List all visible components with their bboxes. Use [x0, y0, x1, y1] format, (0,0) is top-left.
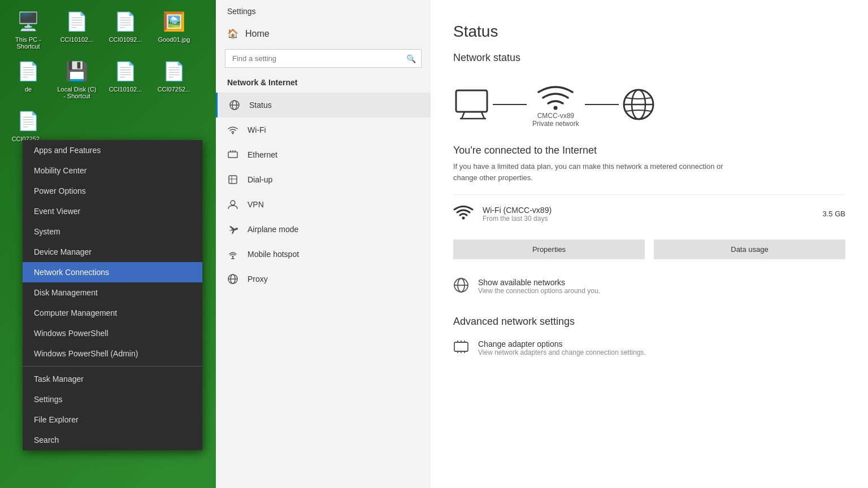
computer-diagram-icon	[453, 88, 493, 121]
nav-item-ethernet[interactable]: Ethernet	[216, 142, 431, 167]
desktop-icon-this-pc[interactable]: 🖥️ This PC -Shortcut	[6, 6, 51, 52]
svg-point-11	[231, 201, 235, 205]
network-ssid: CMCC-vx89	[537, 112, 574, 120]
local-disk-label: Local Disk (C)- Shortcut	[57, 86, 96, 99]
home-label: Home	[245, 29, 270, 39]
ethernet-nav-icon	[227, 149, 238, 160]
vpn-nav-label: VPN	[248, 200, 264, 209]
svg-rect-31	[454, 342, 468, 351]
network-status-title: Network status	[453, 52, 845, 64]
home-icon: 🏠	[227, 28, 238, 39]
show-networks-text: Show available networks View the connect…	[478, 278, 600, 295]
cci3-icon: 📄	[112, 58, 139, 85]
data-usage-button[interactable]: Data usage	[654, 239, 845, 259]
connected-desc: If you have a limited data plan, you can…	[453, 161, 724, 183]
wifi-nav-label: Wi-Fi	[248, 125, 266, 134]
hotspot-nav-label: Mobile hotspot	[248, 250, 299, 259]
desktop-icon-cci4[interactable]: 📄 CCI07252...	[151, 55, 197, 102]
de-label: de	[25, 86, 32, 93]
context-menu-item-disk-management[interactable]: Disk Management	[23, 282, 202, 303]
context-menu-item-windows-powershell-admin[interactable]: Windows PowerShell (Admin)	[23, 343, 202, 364]
nav-item-dialup[interactable]: Dial-up	[216, 167, 431, 192]
context-menu-item-event-viewer[interactable]: Event Viewer	[23, 201, 202, 221]
wifi-diagram-icon	[536, 81, 575, 112]
desktop-icon-local-disk[interactable]: 💾 Local Disk (C)- Shortcut	[54, 55, 99, 102]
svg-point-23	[554, 106, 558, 110]
settings-home-button[interactable]: 🏠 Home	[216, 23, 431, 45]
connected-title: You're connected to the Internet	[453, 145, 845, 156]
context-menu-item-file-explorer[interactable]: File Explorer	[23, 409, 202, 430]
context-menu-item-system[interactable]: System	[23, 221, 202, 242]
context-menu-item-search[interactable]: Search	[23, 430, 202, 450]
nav-item-wifi[interactable]: Wi-Fi	[216, 117, 431, 142]
context-menu-item-apps-features[interactable]: Apps and Features	[23, 140, 202, 160]
nav-item-proxy[interactable]: Proxy	[216, 267, 431, 291]
context-menu-item-task-manager[interactable]: Task Manager	[23, 369, 202, 389]
change-adapter-item[interactable]: Change adapter options View network adap…	[453, 337, 845, 359]
svg-point-27	[462, 217, 465, 220]
wifi-signal-icon	[453, 202, 474, 226]
context-menu: Apps and Features Mobility Center Power …	[23, 140, 202, 450]
context-menu-item-power-options[interactable]: Power Options	[23, 181, 202, 201]
good01-label: Good01.jpg	[158, 36, 190, 43]
properties-button[interactable]: Properties	[453, 239, 645, 259]
svg-line-21	[481, 112, 484, 119]
desktop: 🖥️ This PC -Shortcut 📄 CCI10102... 📄 CCI…	[0, 0, 868, 488]
search-icon: 🔍	[406, 54, 416, 63]
show-networks-title: Show available networks	[478, 278, 600, 287]
settings-search-input[interactable]	[225, 49, 422, 68]
wifi-data-usage: 3.5 GB	[823, 210, 845, 218]
context-menu-item-windows-powershell[interactable]: Windows PowerShell	[23, 323, 202, 343]
wifi-left: Wi-Fi (CMCC-vx89) From the last 30 days	[453, 202, 552, 226]
change-adapter-sub: View network adapters and change connect…	[478, 348, 646, 356]
advanced-title: Advanced network settings	[453, 316, 845, 328]
status-nav-label: Status	[249, 101, 272, 110]
context-menu-divider	[23, 366, 202, 367]
svg-point-3	[232, 133, 234, 134]
desktop-icon-cci5[interactable]: 📄 CCI07252...	[6, 105, 51, 145]
svg-rect-4	[228, 152, 237, 158]
context-menu-item-mobility-center[interactable]: Mobility Center	[23, 160, 202, 181]
page-title: Status	[453, 23, 845, 41]
cci1-icon: 📄	[63, 8, 90, 35]
wifi-sub-text: From the last 30 days	[483, 215, 552, 223]
show-networks-row[interactable]: Show available networks View the connect…	[453, 273, 845, 300]
change-adapter-icon	[453, 339, 469, 357]
de-icon: 📄	[15, 58, 42, 85]
nav-item-vpn[interactable]: VPN	[216, 192, 431, 217]
cci2-label: CCI01092...	[109, 36, 142, 43]
desktop-icon-cci1[interactable]: 📄 CCI10102...	[54, 6, 99, 52]
dialup-nav-label: Dial-up	[248, 175, 272, 184]
svg-line-20	[462, 112, 465, 119]
net-line-1	[493, 104, 527, 105]
airplane-nav-label: Airplane mode	[248, 225, 298, 234]
context-menu-item-computer-management[interactable]: Computer Management	[23, 303, 202, 323]
nav-item-airplane[interactable]: Airplane mode	[216, 217, 431, 242]
change-adapter-text: Change adapter options View network adap…	[478, 339, 646, 356]
proxy-nav-icon	[227, 273, 238, 285]
dialup-nav-icon	[227, 174, 238, 185]
desktop-icon-cci3[interactable]: 📄 CCI10102...	[103, 55, 148, 102]
good01-icon: 🖼️	[160, 8, 188, 35]
show-networks-sub: View the connection options around you.	[478, 287, 600, 295]
context-menu-item-network-connections[interactable]: Network Connections	[23, 262, 202, 282]
wifi-nav-icon	[227, 124, 238, 136]
settings-search-area: 🔍	[225, 49, 422, 68]
cci3-label: CCI10102...	[109, 86, 142, 93]
svg-rect-8	[229, 176, 237, 184]
desktop-icon-de[interactable]: 📄 de	[6, 55, 51, 102]
nav-item-hotspot[interactable]: Mobile hotspot	[216, 242, 431, 267]
action-buttons: Properties Data usage	[453, 239, 845, 259]
nav-item-status[interactable]: Status	[216, 93, 431, 117]
context-menu-item-device-manager[interactable]: Device Manager	[23, 242, 202, 262]
ethernet-nav-label: Ethernet	[248, 150, 277, 159]
svg-rect-19	[456, 90, 487, 112]
show-networks-icon	[453, 277, 469, 295]
net-line-2	[585, 104, 619, 105]
desktop-icon-good01[interactable]: 🖼️ Good01.jpg	[151, 6, 197, 52]
desktop-icon-cci2[interactable]: 📄 CCI01092...	[103, 6, 148, 52]
settings-header-title: Settings	[216, 0, 431, 23]
cci1-label: CCI10102...	[60, 36, 94, 43]
context-menu-item-settings[interactable]: Settings	[23, 389, 202, 409]
this-pc-icon: 🖥️	[15, 8, 42, 35]
